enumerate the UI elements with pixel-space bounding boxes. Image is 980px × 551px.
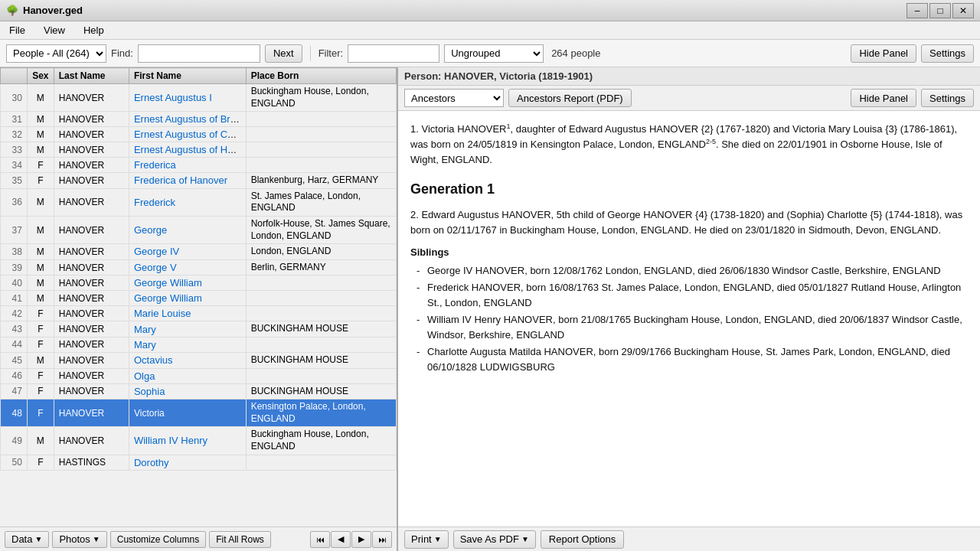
next-button[interactable]: Next (265, 44, 302, 63)
print-button[interactable]: Print ▼ (404, 530, 449, 549)
titlebar-left: 🌳 Hanover.ged (6, 5, 83, 16)
nav-first-button[interactable]: ⏮ (310, 531, 330, 548)
fit-all-rows-button[interactable]: Fit All Rows (209, 531, 271, 548)
table-row[interactable]: 44FHANOVERMary (1, 337, 397, 352)
table-row[interactable]: 39MHANOVERGeorge VBerlin, GERMANY (1, 259, 397, 276)
row-place-born (246, 112, 396, 127)
row-place-born (246, 368, 396, 383)
sibling-dash: - (416, 280, 424, 310)
row-first-name: Dorothy (129, 455, 246, 470)
person-header: Person: HANOVER, Victoria (1819-1901) (398, 67, 980, 86)
sibling-item: -Frederick HANOVER, born 16/08/1763 St. … (410, 280, 968, 310)
customize-columns-button[interactable]: Customize Columns (110, 531, 206, 548)
row-place-born (246, 127, 396, 142)
col-header-place: Place Born (246, 68, 396, 84)
report-type-select[interactable]: Ancestors (404, 89, 504, 107)
row-first-name: Victoria (129, 399, 246, 427)
row-place-born: Buckingham House, London, ENGLAND (246, 427, 396, 455)
table-row[interactable]: 36MHANOVERFrederickSt. James Palace, Lon… (1, 188, 397, 216)
table-row[interactable]: 50FHASTINGSDorothy (1, 455, 397, 470)
row-sex: M (27, 142, 54, 158)
row-number: 43 (1, 321, 28, 337)
table-row[interactable]: 47FHANOVERSophiaBUCKINGHAM HOUSE (1, 383, 397, 399)
table-row[interactable]: 32MHANOVERErnest Augustus of Cumberland (1, 127, 397, 142)
row-number: 47 (1, 383, 28, 399)
table-row[interactable]: 42FHANOVERMarie Louise (1, 306, 397, 321)
right-hide-panel-button[interactable]: Hide Panel (851, 89, 916, 107)
row-place-born: Buckingham House, London, ENGLAND (246, 84, 396, 112)
filter-input[interactable] (348, 44, 439, 63)
row-last-name: HANOVER (54, 188, 129, 216)
siblings-list: -George IV HANOVER, born 12/08/1762 Lond… (410, 263, 968, 375)
row-first-name: Frederick (129, 188, 246, 216)
row-sex: F (27, 173, 54, 189)
table-row[interactable]: 35FHANOVERFrederica of HanoverBlankenbur… (1, 173, 397, 189)
table-row[interactable]: 48FHANOVERVictoriaKensington Palace, Lon… (1, 399, 397, 427)
row-sex: M (27, 216, 54, 243)
generation-1-header: Generation 1 (410, 179, 968, 200)
right-settings-button[interactable]: Settings (921, 89, 974, 107)
table-row[interactable]: 40MHANOVERGeorge William (1, 276, 397, 291)
row-last-name: HANOVER (54, 383, 129, 399)
row-sex: F (27, 306, 54, 321)
table-row[interactable]: 30MHANOVERErnest Augustus IBuckingham Ho… (1, 84, 397, 112)
minimize-button[interactable]: – (906, 3, 928, 18)
sibling-dash: - (416, 344, 424, 374)
menu-help[interactable]: Help (77, 23, 110, 37)
table-row[interactable]: 31MHANOVERErnest Augustus of Brunswick (1, 112, 397, 127)
row-sex: M (27, 188, 54, 216)
nav-next-button[interactable]: ▶ (351, 531, 371, 548)
row-number: 49 (1, 427, 28, 455)
table-row[interactable]: 46FHANOVEROlga (1, 368, 397, 383)
save-as-pdf-button[interactable]: Save As PDF ▼ (453, 530, 536, 549)
group-select[interactable]: Ungrouped (444, 44, 544, 63)
menubar: File View Help (0, 21, 980, 40)
people-table-container[interactable]: Sex Last Name First Name Place Born 30MH… (0, 67, 397, 527)
photos-chevron: ▼ (93, 535, 100, 543)
report-options-button[interactable]: Report Options (541, 530, 624, 549)
row-number: 31 (1, 112, 28, 127)
row-sex: M (27, 276, 54, 291)
data-button[interactable]: Data ▼ (5, 531, 49, 548)
row-number: 50 (1, 455, 28, 470)
report-content[interactable]: 1. Victoria HANOVER1, daughter of Edward… (398, 111, 980, 527)
row-first-name: Ernest Augustus of Brunswick (129, 112, 246, 127)
people-table: Sex Last Name First Name Place Born 30MH… (0, 67, 397, 471)
ancestors-report-pdf-button[interactable]: Ancestors Report (PDF) (508, 89, 632, 107)
titlebar-controls: – □ ✕ (906, 3, 974, 18)
sibling-text: George IV HANOVER, born 12/08/1762 Londo… (427, 263, 941, 279)
table-row[interactable]: 38MHANOVERGeorge IVLondon, ENGLAND (1, 244, 397, 260)
hide-panel-button[interactable]: Hide Panel (851, 44, 916, 63)
app-icon: 🌳 (6, 5, 18, 16)
people-filter-select[interactable]: People - All (264) (6, 44, 106, 63)
separator-1 (310, 46, 311, 61)
filter-label: Filter: (318, 47, 344, 59)
data-chevron: ▼ (34, 535, 42, 543)
menu-file[interactable]: File (3, 23, 31, 37)
maximize-button[interactable]: □ (929, 3, 951, 18)
sibling-dash: - (416, 312, 424, 342)
table-row[interactable]: 34FHANOVERFrederica (1, 158, 397, 173)
photos-button[interactable]: Photos ▼ (52, 531, 106, 548)
table-row[interactable]: 41MHANOVERGeorge William (1, 291, 397, 306)
menu-view[interactable]: View (38, 23, 71, 37)
row-sex: M (27, 84, 54, 112)
row-place-born (246, 337, 396, 352)
table-row[interactable]: 37MHANOVERGeorgeNorfolk-House, St. James… (1, 216, 397, 243)
sibling-text: Frederick HANOVER, born 16/08/1763 St. J… (427, 280, 968, 310)
table-row[interactable]: 45MHANOVEROctaviusBUCKINGHAM HOUSE (1, 352, 397, 368)
settings-button[interactable]: Settings (921, 44, 974, 63)
row-last-name: HANOVER (54, 158, 129, 173)
find-input[interactable] (138, 44, 260, 63)
row-sex: M (27, 352, 54, 368)
row-last-name: HASTINGS (54, 455, 129, 470)
table-row[interactable]: 49MHANOVERWilliam IV HenryBuckingham Hou… (1, 427, 397, 455)
nav-last-button[interactable]: ⏭ (372, 531, 392, 548)
close-button[interactable]: ✕ (952, 3, 974, 18)
nav-prev-button[interactable]: ◀ (331, 531, 351, 548)
row-number: 35 (1, 173, 28, 189)
table-row[interactable]: 33MHANOVERErnest Augustus of Hanover (1, 142, 397, 158)
table-row[interactable]: 43FHANOVERMaryBUCKINGHAM HOUSE (1, 321, 397, 337)
row-sex: F (27, 399, 54, 427)
row-number: 38 (1, 244, 28, 260)
